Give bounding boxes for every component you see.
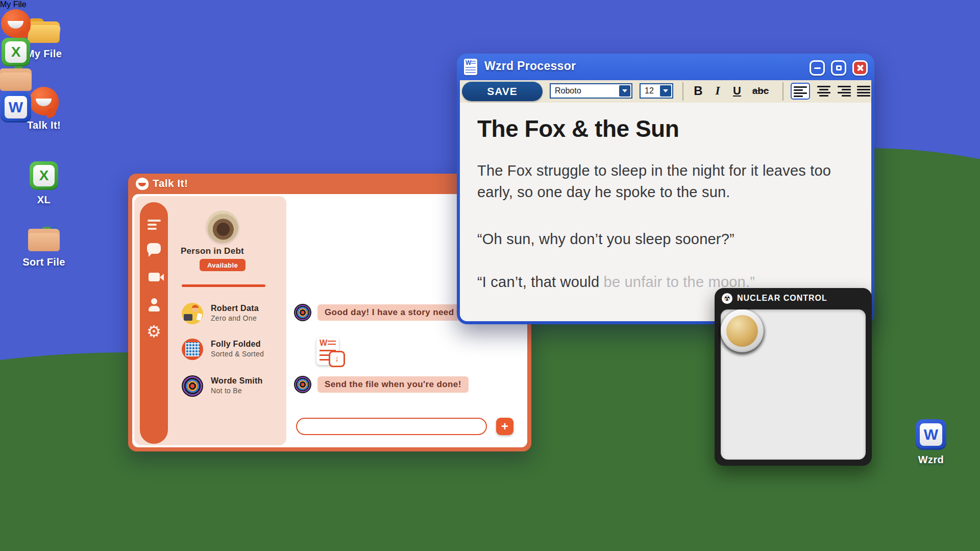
status-badge[interactable]: Available [200, 259, 246, 271]
video-icon[interactable] [140, 273, 168, 281]
wzrd-titlebar[interactable]: W Wzrd Processor [457, 54, 874, 80]
bold-button[interactable]: B [690, 83, 707, 99]
contact-tagline: Not to Be [211, 387, 242, 395]
nuclear-control-titlebar[interactable]: ☢ NUCLEAR CONTROL [715, 288, 872, 309]
start-button[interactable]: My File [0, 0, 32, 9]
contact-avatar [182, 375, 203, 397]
nuclear-control-title: NUCLEAR CONTROL [737, 294, 827, 303]
contact-row-robert-data[interactable]: Robert Data Zero and One [134, 303, 286, 331]
document-app-icon: W [464, 59, 477, 75]
desktop-icon-label: Wzrd [899, 454, 963, 466]
wzrd-app-icon: W [1, 92, 31, 123]
align-center-button[interactable] [817, 86, 830, 97]
taskbar-icon-xl[interactable]: X [0, 38, 32, 66]
minimize-button[interactable] [810, 60, 825, 76]
contacts-divider [182, 284, 265, 287]
talk-it-titlebar-icon [136, 178, 149, 190]
taskbar-icon-wzrd[interactable]: W [0, 92, 32, 123]
align-left-button[interactable] [791, 83, 810, 100]
tan-folder-icon [0, 66, 32, 92]
document-paragraph: “Oh sun, why don’t you sleep sooner?” [477, 228, 835, 250]
contact-avatar [182, 303, 203, 324]
maximize-button[interactable] [831, 60, 846, 76]
spreadsheet-icon: X [2, 38, 30, 66]
desktop-icon-sort-file[interactable]: Sort File [12, 227, 76, 268]
nuclear-control-body [721, 309, 866, 460]
document-heading: The Fox & the Sun [477, 115, 679, 142]
gold-control-button[interactable] [721, 309, 764, 352]
radiation-icon: ☢ [722, 293, 732, 304]
chevron-down-icon [660, 85, 671, 97]
contact-name: Worde Smith [211, 376, 263, 386]
taskbar-icon-sort-file[interactable] [0, 66, 32, 92]
tan-folder-icon [28, 227, 60, 252]
document-paragraph: The Fox struggle to sleep in the night f… [477, 160, 835, 203]
message-avatar [294, 376, 311, 393]
profile-avatar [207, 211, 238, 243]
file-attachment[interactable]: W ↓ [316, 338, 345, 367]
desktop-icon-label: XL [12, 194, 76, 206]
menu-icon[interactable] [140, 220, 168, 232]
taskbar-icon-talk-it[interactable] [0, 9, 32, 38]
desktop-icon-xl[interactable]: X XL [12, 161, 76, 206]
desktop-icon-label: Sort File [12, 256, 76, 268]
message-avatar [294, 304, 311, 321]
chat-message-input[interactable] [296, 418, 487, 435]
nuclear-control-panel: ☢ NUCLEAR CONTROL [715, 288, 872, 466]
wzrd-app-icon: W [916, 419, 946, 450]
talk-it-window-title: Talk It! [153, 177, 188, 189]
talk-it-profile-panel: ⚙ Person in Debt Available Robert Data Z… [134, 196, 286, 445]
contact-row-worde-smith[interactable]: Worde Smith Not to Be [134, 375, 286, 404]
chevron-down-icon [619, 85, 630, 97]
spreadsheet-icon: X [30, 161, 58, 190]
typed-text: “I can’t, that would [477, 274, 604, 290]
download-icon[interactable]: ↓ [329, 351, 345, 367]
toolbar-divider [782, 82, 783, 101]
font-family-select[interactable]: Roboto [550, 83, 632, 99]
contact-avatar [182, 339, 203, 360]
taskbar: My File X W [0, 0, 32, 123]
save-button[interactable]: SAVE [462, 82, 543, 101]
wzrd-processor-window: W Wzrd Processor SAVE Roboto 12 B I U ab… [457, 54, 874, 324]
wzrd-window-title: Wzrd Processor [484, 59, 576, 73]
start-button-label: My File [0, 0, 32, 9]
contact-name: Folly Folded [211, 340, 261, 349]
align-left-icon [794, 86, 807, 97]
italic-button[interactable]: I [711, 83, 724, 99]
align-justify-button[interactable] [857, 86, 870, 97]
wzrd-toolbar: SAVE Roboto 12 B I U abc [460, 80, 871, 103]
chat-bubble-icon [29, 87, 59, 115]
yellow-folder-icon [28, 18, 60, 44]
chat-bubble-icon [1, 9, 31, 38]
contact-name: Robert Data [211, 304, 259, 313]
profile-name: Person in Debt [136, 246, 288, 256]
contact-tagline: Sorted & Sorted [211, 350, 264, 358]
toolbar-divider [682, 82, 683, 101]
desktop-icon-wzrd[interactable]: W Wzrd [899, 419, 963, 466]
chat-message: Send the file when you're done! [317, 376, 469, 393]
close-button[interactable] [852, 60, 868, 76]
underline-button[interactable]: U [729, 83, 745, 99]
contact-row-folly-folded[interactable]: Folly Folded Sorted & Sorted [134, 339, 286, 367]
strikethrough-button[interactable]: abc [748, 83, 773, 99]
font-size-select[interactable]: 12 [640, 83, 673, 99]
contact-tagline: Zero and One [211, 314, 257, 322]
desktop: My File Talk It! X XL Sort File W Wzrd T… [0, 0, 980, 551]
align-right-button[interactable] [838, 86, 851, 97]
add-attachment-button[interactable]: + [496, 418, 513, 435]
